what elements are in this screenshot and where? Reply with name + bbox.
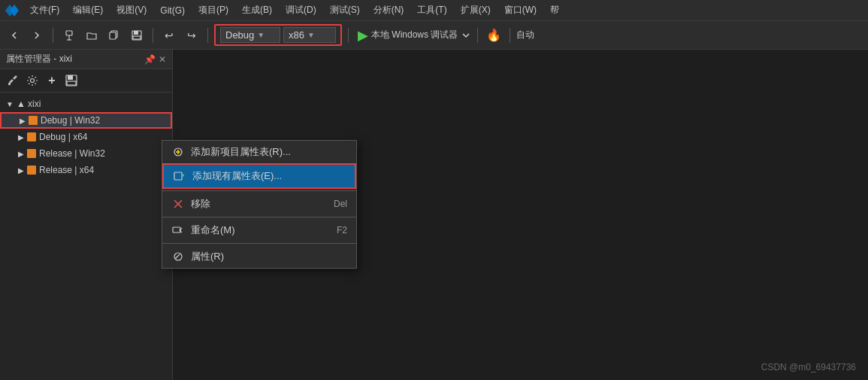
config-icon-debug-x64 [27, 132, 36, 141]
redo-button[interactable]: ↪ [182, 26, 201, 45]
menu-help[interactable]: 帮 [544, 0, 565, 20]
config-debug-win32-item[interactable]: ▶ Debug | Win32 [0, 112, 172, 129]
menu-test[interactable]: 测试(S) [324, 0, 366, 20]
config-arch-arrow: ▼ [307, 31, 315, 39]
menu-debug[interactable]: 调试(D) [280, 0, 322, 20]
svg-point-11 [31, 79, 35, 83]
ctx-properties-label: 属性(R) [191, 250, 347, 263]
run-arrow: ▶ [358, 27, 368, 44]
menu-view[interactable]: 视图(V) [110, 0, 153, 20]
add-new-icon [171, 145, 185, 159]
sidebar-toolbar: + [0, 69, 172, 93]
ctx-divider-2 [162, 217, 356, 217]
copy-button[interactable] [104, 26, 124, 45]
context-menu: 添加新项目属性表(R)... 添加现有属性表(E)... 移除 Del [162, 140, 357, 269]
ctx-divider-3 [162, 243, 356, 244]
folder-button[interactable] [82, 26, 101, 45]
menubar: 文件(F) 编辑(E) 视图(V) Git(G) 项目(P) 生成(B) 调试(… [0, 0, 868, 21]
config-mode-label: Debug [225, 29, 254, 41]
sidebar-title: 属性管理器 - xixi [6, 53, 72, 65]
separator-4 [348, 28, 349, 43]
svg-point-18 [174, 253, 182, 260]
watermark: CSDN @m0_69437736 [761, 362, 856, 372]
ctx-add-new-label: 添加新项目属性表(R)... [191, 145, 347, 159]
app-logo [3, 2, 20, 19]
project-name-label: ▲ xixi [17, 99, 41, 109]
config-dropdown-area: Debug ▼ x86 ▼ [214, 24, 342, 46]
svg-rect-14 [67, 81, 76, 85]
menu-project[interactable]: 项目(P) [192, 0, 234, 20]
watermark-text: CSDN @m0_69437736 [761, 362, 856, 372]
wrench-icon[interactable] [5, 72, 21, 89]
separator-6 [510, 28, 510, 43]
separator-1 [53, 28, 53, 43]
svg-rect-13 [68, 75, 73, 80]
release-win32-label: Release | Win32 [39, 148, 105, 159]
undo-button[interactable]: ↩ [159, 26, 179, 45]
menu-analyze[interactable]: 分析(N) [367, 0, 410, 20]
release-x64-label: Release | x64 [39, 165, 94, 175]
ctx-add-existing-label: 添加现有属性表(E)... [192, 169, 346, 183]
separator-2 [153, 28, 153, 43]
debug-x64-label: Debug | x64 [39, 132, 88, 142]
expand-arrow-release-win32: ▶ [18, 150, 24, 158]
menu-window[interactable]: 窗口(W) [498, 0, 543, 20]
config-debug-x64-item[interactable]: ▶ Debug | x64 [0, 129, 172, 145]
svg-rect-2 [66, 31, 72, 35]
separator-3 [207, 28, 208, 43]
menu-extensions[interactable]: 扩展(X) [455, 0, 497, 20]
pin-icon[interactable]: 📌 [144, 54, 156, 65]
ctx-remove-shortcut: Del [334, 199, 347, 209]
ctx-rename[interactable]: 重命名(M) F2 [162, 219, 356, 242]
ctx-add-existing[interactable]: 添加现有属性表(E)... [162, 163, 356, 189]
separator-5 [477, 28, 478, 43]
save-button[interactable] [127, 26, 147, 45]
ctx-properties[interactable]: 属性(R) [162, 245, 356, 268]
project-root-item[interactable]: ▼ ▲ xixi [0, 96, 172, 112]
back-button[interactable] [5, 26, 24, 45]
ctx-add-new[interactable]: 添加新项目属性表(R)... [162, 141, 356, 163]
debug-config-select[interactable]: Debug ▼ [220, 27, 280, 43]
properties-icon [171, 250, 185, 263]
menu-git[interactable]: Git(G) [154, 0, 191, 20]
pin-button[interactable] [59, 26, 79, 45]
ctx-rename-shortcut: F2 [337, 225, 347, 236]
config-icon-debug-win32 [29, 116, 38, 125]
auto-label: 自动 [516, 29, 534, 41]
arch-config-select[interactable]: x86 ▼ [283, 27, 336, 43]
svg-rect-17 [173, 227, 180, 233]
expand-arrow-release-x64: ▶ [18, 166, 24, 175]
config-release-x64-item[interactable]: ▶ Release | x64 [0, 162, 172, 178]
ctx-remove-label: 移除 [191, 197, 328, 211]
config-icon-release-x64 [27, 166, 36, 175]
menu-file[interactable]: 文件(F) [24, 0, 65, 20]
toolbar: ↩ ↪ Debug ▼ x86 ▼ ▶ 本地 Windows 调试器 🔥 自动 [0, 21, 868, 50]
menu-tools[interactable]: 工具(T) [411, 0, 452, 20]
ctx-remove[interactable]: 移除 Del [162, 193, 356, 215]
expand-arrow-debug-x64: ▶ [18, 133, 24, 141]
debug-win32-label: Debug | Win32 [41, 115, 100, 126]
sidebar-header-controls: 📌 ✕ [144, 54, 166, 65]
main-area: 属性管理器 - xixi 📌 ✕ + ▼ ▲ xixi [0, 50, 868, 380]
ctx-rename-label: 重命名(M) [191, 223, 331, 237]
cog-icon[interactable] [24, 72, 41, 89]
remove-icon [171, 197, 185, 211]
property-manager-panel: 属性管理器 - xixi 📌 ✕ + ▼ ▲ xixi [0, 50, 173, 380]
fire-button[interactable]: 🔥 [484, 26, 504, 45]
forward-button[interactable] [27, 26, 47, 45]
menu-edit[interactable]: 编辑(E) [67, 0, 109, 20]
run-area: ▶ 本地 Windows 调试器 [358, 27, 471, 44]
add-existing-icon [173, 169, 186, 183]
svg-rect-9 [133, 36, 141, 39]
close-icon[interactable]: ✕ [159, 54, 166, 65]
ctx-divider-1 [162, 190, 356, 191]
menu-build[interactable]: 生成(B) [236, 0, 278, 20]
expand-arrow-debug-win32: ▶ [20, 117, 26, 125]
run-dropdown-arrow [461, 30, 471, 41]
svg-marker-1 [10, 5, 19, 17]
svg-rect-6 [110, 32, 116, 39]
config-release-win32-item[interactable]: ▶ Release | Win32 [0, 145, 172, 162]
save-disk-icon[interactable] [63, 72, 80, 89]
svg-rect-16 [174, 172, 182, 180]
add-icon[interactable]: + [44, 72, 60, 89]
